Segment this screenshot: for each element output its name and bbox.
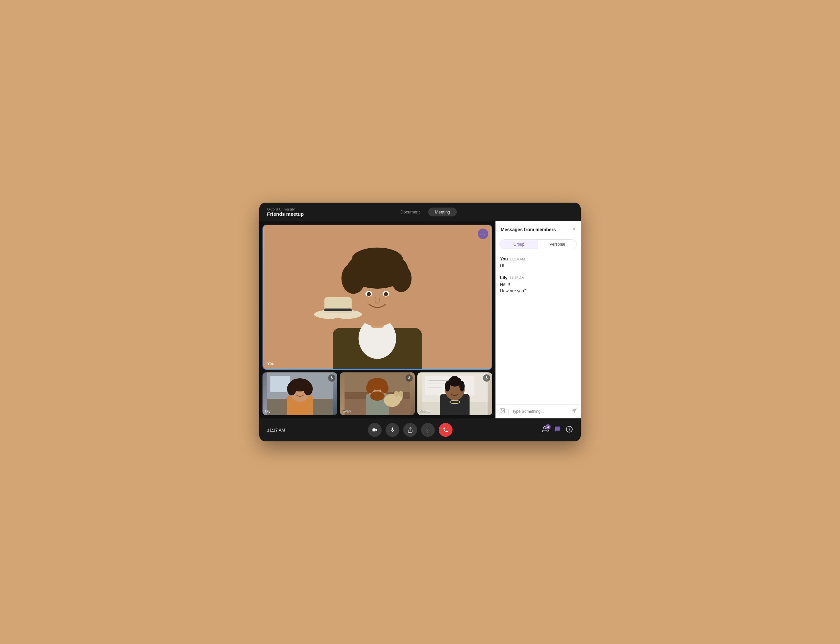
chat-header: Messages from members × [496,221,581,236]
header: Oxford University Friends meetup Documen… [259,203,581,221]
org-name: Oxford University [267,207,304,211]
svg-point-9 [352,248,403,271]
svg-point-18 [331,318,345,328]
participants-button[interactable]: 4 [542,426,549,434]
chat-image-button[interactable] [499,408,505,415]
chat-panel: Messages from members × Group Personal Y… [496,221,581,418]
msg-group-lily: Lily 11:15 AM Hi!!!!! How are you? [500,275,576,294]
thumb-shiela-mic [483,375,490,381]
mic-button[interactable] [386,423,400,437]
msg-sender-lily: Lily [500,275,507,280]
chat-tab-group[interactable]: Group [500,240,538,249]
main-video-bg [263,225,491,369]
svg-point-51 [459,381,465,391]
msg-text-lily-2: How are you? [500,288,576,294]
svg-point-39 [399,391,403,397]
thumb-lily: Lily [262,373,337,415]
thumbnails: Lily [262,373,492,415]
thumb-lily-bg [262,373,337,415]
svg-point-34 [381,383,388,393]
main-video: You ··· [262,225,492,370]
svg-point-13 [384,292,388,296]
svg-point-26 [303,382,313,395]
chat-divider: | [508,408,509,415]
main-area: You ··· [259,221,581,418]
tab-document[interactable]: Document [394,207,426,217]
thumb-evan: Evan [340,373,415,415]
svg-marker-56 [571,409,576,414]
svg-point-12 [367,292,371,296]
svg-point-25 [287,382,296,395]
header-tabs: Document Meeting [394,207,457,217]
video-area: You ··· [259,221,496,418]
svg-rect-21 [270,376,290,392]
chat-input-area: | [496,404,581,418]
bottom-controls: ⋮ [368,423,452,437]
chat-tabs: Group Personal [499,240,577,249]
msg-time-you: 11:14 AM [510,257,525,261]
chat-close-button[interactable]: × [573,227,576,233]
msg-meta-you: You 11:14 AM [500,256,576,261]
msg-meta-lily: Lily 11:15 AM [500,275,576,280]
camera-button[interactable] [368,423,382,437]
svg-rect-17 [324,308,351,311]
chat-toggle-button[interactable] [554,426,561,434]
bottom-right: 4 [534,426,573,434]
msg-text-lily: Hi!!!!! [500,281,576,288]
chat-input-field[interactable] [512,409,568,414]
share-button[interactable] [403,423,417,437]
tab-meeting[interactable]: Meeting [428,207,457,217]
svg-point-50 [445,381,450,391]
svg-point-8 [391,265,412,292]
thumb-lily-mic [328,375,335,381]
info-button[interactable] [566,426,573,434]
msg-group-you: You 11:14 AM Hi [500,256,576,269]
svg-point-33 [366,383,374,393]
end-call-button[interactable] [439,423,452,437]
thumb-shiela: Shiela [418,373,492,415]
video-more-button[interactable]: ··· [478,228,488,239]
chat-tab-personal[interactable]: Personal [538,240,576,249]
app-window: Oxford University Friends meetup Documen… [259,203,581,441]
thumb-shiela-bg [418,373,492,415]
msg-text-you: Hi [500,263,576,269]
thumb-lily-label: Lily [265,409,271,413]
chat-messages: You 11:14 AM Hi Lily 11:15 AM Hi!!!!! Ho… [496,253,581,404]
svg-point-49 [451,376,459,382]
meeting-title: Friends meetup [267,211,304,217]
thumb-evan-mic [406,375,413,381]
msg-sender-you: You [500,256,508,261]
more-button[interactable]: ⋮ [421,423,435,437]
thumb-evan-bg [340,373,415,415]
header-left: Oxford University Friends meetup [267,207,304,217]
thumb-shiela-label: Shiela [420,409,430,413]
svg-point-35 [370,391,385,401]
main-video-label: You [267,361,274,366]
svg-rect-16 [319,313,357,317]
chat-send-button[interactable] [571,408,577,415]
msg-time-lily: 11:15 AM [509,276,524,280]
participants-badge: 4 [545,424,550,430]
svg-point-54 [501,409,502,410]
bottom-bar: 11:17 AM ⋮ [259,418,581,441]
chat-title: Messages from members [501,227,556,232]
thumb-evan-label: Evan [342,409,351,413]
bottom-time: 11:17 AM [267,427,287,432]
svg-point-38 [394,391,399,397]
